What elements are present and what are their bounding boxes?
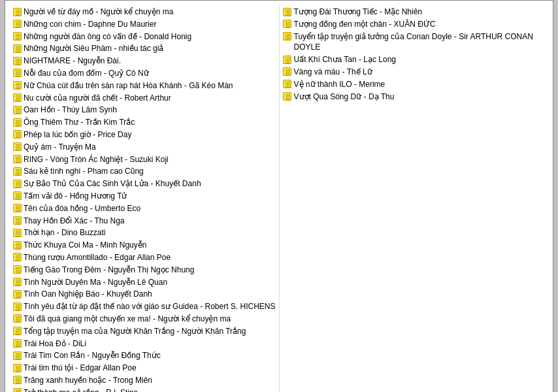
book-icon: [282, 67, 293, 76]
book-icon: [282, 20, 293, 29]
item-text: Tổng tập truyện ma của Người Khăn Trắng …: [24, 326, 276, 337]
main-window: Người về từ đáy mồ - Người kể chuyện maN…: [5, 0, 553, 392]
book-icon: [12, 179, 22, 188]
item-text: Sáu kẻ tình nghi - Pham cao Cũng: [24, 166, 276, 177]
item-text: Vàng và máu - Thế Lữ: [294, 67, 547, 78]
book-icon: [12, 81, 22, 90]
book-icon: [12, 204, 22, 213]
item-text: Trái Hoa Đỏ - DiLi: [24, 338, 276, 350]
book-icon: [12, 363, 22, 372]
content-columns: Người về từ đáy mồ - Người kể chuyện maN…: [9, 5, 549, 392]
item-text: Oan Hồn - Thúy Lâm Synh: [24, 105, 276, 116]
item-text: Nu cười của người đã chết - Robert Arthu…: [24, 93, 276, 104]
list-item: Tuyển tập truyện giả tưởng của Conan Doy…: [282, 31, 547, 54]
list-item: Sự Bảo Thủ Của Các Sinh Vật Lửa - Khuyết…: [12, 178, 276, 190]
book-icon: [282, 32, 293, 41]
list-item: Thay Hồn Đổi Xác - Thu Nga: [12, 215, 276, 227]
list-item: Uất Khí Chưa Tan - Lạc Long: [282, 54, 547, 66]
book-icon: [12, 302, 22, 311]
list-item: Người về từ đáy mồ - Người kể chuyện ma: [12, 6, 276, 18]
book-icon: [12, 265, 22, 274]
list-item: Nu cười của người đã chết - Robert Arthu…: [12, 92, 276, 105]
book-icon: [12, 105, 22, 114]
item-text: Uất Khí Chưa Tan - Lạc Long: [294, 54, 547, 65]
item-text: Tiếng Gào Trong Đêm - Nguyễn Thị Ngọc Nh…: [24, 265, 276, 276]
item-text: Trái Tim Con Rắn - Nguyễn Đồng Thức: [24, 350, 276, 361]
book-icon: [12, 167, 22, 176]
list-item: Quỷ ám - Truyện Ma: [12, 141, 276, 154]
list-item: Vàng và máu - Thế Lữ: [282, 66, 547, 78]
item-text: Những người đàn ông có vấn đề - Donald H…: [24, 31, 276, 42]
list-item: Nỗi đau của đom đốm - Quỷ Cô Nữ: [12, 67, 276, 80]
right-column: Tượng Đài Thương Tiếc - Mặc NhiênTượng đ…: [280, 5, 550, 392]
list-item: Những con chim - Daphne Du Maurier: [12, 18, 276, 31]
book-icon: [12, 289, 22, 299]
item-text: Thùng rượu Amontillado - Edgar Allan Poe: [24, 252, 276, 263]
list-item: Trái Hoa Đỏ - DiLi: [12, 338, 276, 350]
book-icon: [12, 142, 22, 152]
list-item: NIGHTMARE - Nguyễn Đài.: [12, 55, 276, 67]
book-icon: [12, 351, 22, 360]
list-item: Tôi đã quá giang một chuyến xe ma! - Ngư…: [12, 313, 276, 325]
book-icon: [12, 327, 22, 336]
item-text: Tên của đóa hồng - Umberto Eco: [24, 203, 276, 214]
book-icon: [12, 314, 22, 323]
list-item: Tình Oan Nghiệp Báo - Khuyết Danh: [12, 288, 276, 301]
list-item: Trái Tim Con Rắn - Nguyễn Đồng Thức: [12, 350, 276, 362]
item-text: Nữ Chúa cút đầu trên sàn rap hát Hòa Khá…: [24, 80, 276, 91]
list-item: Tên của đóa hồng - Umberto Eco: [12, 203, 276, 215]
item-text: Ông Thiêm Thư - Trần Kim Trắc: [24, 117, 276, 128]
book-icon: [12, 278, 22, 287]
item-text: NIGHTMARE - Nguyễn Đài.: [24, 56, 276, 67]
book-icon: [12, 130, 22, 139]
book-icon: [12, 376, 22, 385]
book-icon: [12, 339, 22, 348]
item-text: Tượng Đài Thương Tiếc - Mặc Nhiên: [294, 7, 547, 18]
item-text: Quỷ ám - Truyện Ma: [24, 142, 276, 153]
left-column: Người về từ đáy mồ - Người kể chuyện maN…: [9, 5, 280, 392]
book-icon: [12, 253, 22, 262]
list-item: Vệ nữ thành ILO - Merime: [282, 78, 547, 91]
item-text: Sự Bảo Thủ Của Các Sinh Vật Lửa - Khuyết…: [24, 178, 276, 189]
list-item: Thời hạn - Dino Buzzati: [12, 227, 276, 239]
list-item: Thùng rượu Amontillado - Edgar Allan Poe: [12, 252, 276, 264]
book-icon: [12, 388, 22, 392]
item-text: Những Người Siêu Phàm - nhiều tác giả: [24, 43, 276, 54]
list-item: Phép la lúc bốn giờ - Price Day: [12, 129, 276, 141]
book-icon: [12, 118, 22, 127]
item-text: Thức Khuya Coi Ma - Minh Nguyễn: [24, 240, 276, 251]
item-text: Tình Oan Nghiệp Báo - Khuyết Danh: [24, 289, 276, 300]
list-item: RING - Vòng Tròn Ác Nghiệt - Suzuki Koji: [12, 154, 276, 166]
list-item: Tổng tập truyện ma của Người Khăn Trắng …: [12, 325, 276, 338]
item-text: Phép la lúc bốn giờ - Price Day: [24, 129, 276, 140]
item-text: Thời hạn - Dino Buzzati: [24, 227, 276, 238]
book-icon: [12, 56, 22, 65]
item-text: Thay Hồn Đổi Xác - Thu Nga: [24, 216, 276, 227]
book-icon: [12, 44, 22, 53]
item-text: Người về từ đáy mồ - Người kể chuyện ma: [24, 7, 276, 18]
item-text: Những con chim - Daphne Du Maurier: [24, 19, 276, 30]
item-text: Trở thành ma cả rồng - R.L.Stine: [24, 387, 276, 392]
item-text: Vệ nữ thành ILO - Merime: [294, 79, 547, 90]
item-text: Tình yêu đặt từ áp đặt thế nào với giáo …: [24, 301, 276, 312]
list-item: Tấm vải đô - Hồng Hương Tử: [12, 190, 276, 203]
book-icon: [12, 69, 22, 78]
list-item: Trở thành ma cả rồng - R.L.Stine: [12, 387, 276, 392]
list-item: Ông Thiêm Thư - Trần Kim Trắc: [12, 116, 276, 129]
book-icon: [282, 92, 293, 101]
book-icon: [12, 32, 22, 41]
list-item: Thức Khuya Coi Ma - Minh Nguyễn: [12, 239, 276, 252]
item-text: Tôi đã quá giang một chuyến xe ma! - Ngư…: [24, 314, 276, 325]
list-item: Trái tim thú tội - Edgar Allan Poe: [12, 362, 276, 374]
list-item: Nữ Chúa cút đầu trên sàn rap hát Hòa Khá…: [12, 80, 276, 92]
book-icon: [12, 216, 22, 225]
book-icon: [12, 191, 22, 201]
item-text: Nỗi đau của đom đốm - Quỷ Cô Nữ: [24, 68, 276, 79]
book-icon: [282, 80, 293, 89]
list-item: Trăng xanh huyền hoặc - Trong Miên: [12, 374, 276, 387]
item-text: Tuyển tập truyện giả tưởng của Conan Doy…: [294, 31, 547, 54]
list-item: Tình Người Duyên Ma - Nguyễn Lê Quan: [12, 276, 276, 289]
list-item: Tượng đồng đen một chân - XUÂN ĐỨC: [282, 18, 547, 31]
book-icon: [12, 93, 22, 103]
list-item: Tượng Đài Thương Tiếc - Mặc Nhiên: [282, 6, 547, 18]
